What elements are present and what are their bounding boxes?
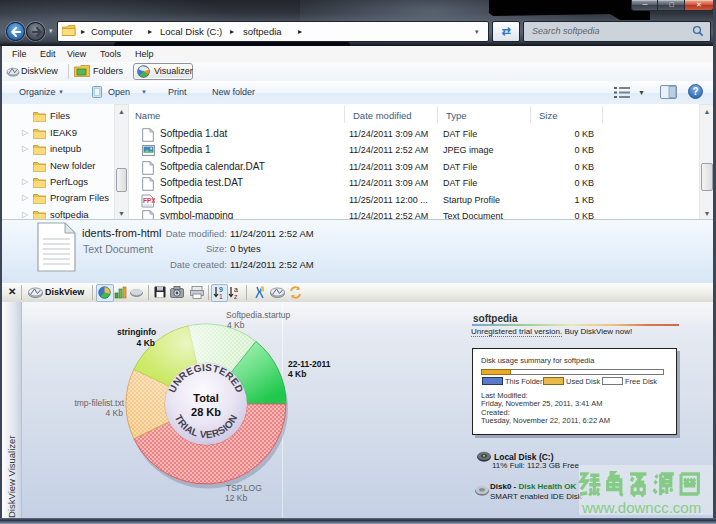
svg-text:9: 9 — [219, 286, 223, 293]
svg-text:1: 1 — [219, 293, 223, 299]
svg-text:z: z — [234, 293, 238, 299]
svg-text:Total: Total — [193, 392, 218, 404]
svg-text:28 Kb: 28 Kb — [191, 406, 221, 418]
svg-text:FPX: FPX — [143, 197, 155, 204]
svg-text:www.downcc.com: www.downcc.com — [581, 499, 701, 516]
svg-text:?: ? — [692, 86, 698, 97]
svg-text:a: a — [234, 286, 238, 293]
